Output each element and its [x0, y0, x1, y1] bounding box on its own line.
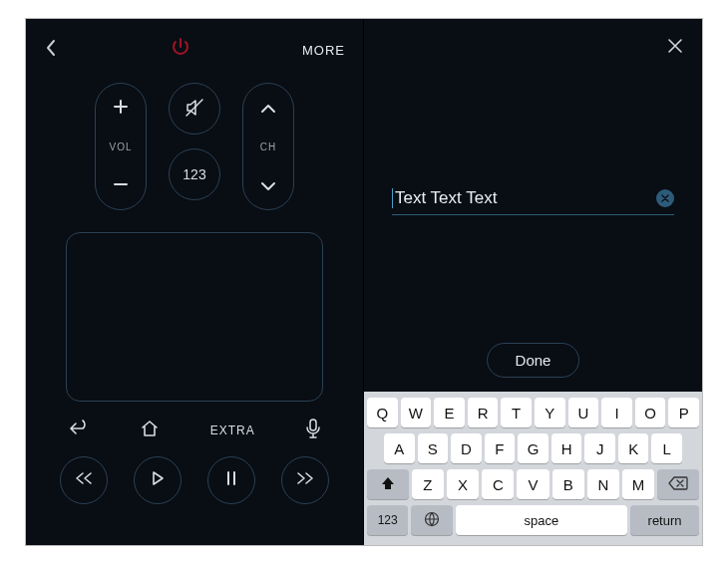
keyboard-row-bottom: 123 space return	[367, 505, 699, 535]
keyboard-row-3: ZXCVBNM	[367, 469, 699, 499]
key-q[interactable]: Q	[367, 398, 398, 427]
key-r[interactable]: R	[468, 398, 499, 427]
channel-up-icon[interactable]	[260, 98, 276, 118]
extra-button[interactable]: EXTRA	[210, 423, 255, 437]
key-x[interactable]: X	[447, 469, 479, 499]
volume-rocker[interactable]: VOL	[95, 83, 147, 210]
play-button[interactable]	[134, 456, 182, 504]
volume-up-icon[interactable]	[113, 98, 129, 118]
key-b[interactable]: B	[552, 469, 584, 499]
pause-button[interactable]	[207, 456, 255, 504]
remote-top-bar: MORE	[26, 19, 363, 71]
remote-panel: MORE VOL 123	[26, 19, 364, 545]
center-column: 123	[169, 83, 220, 210]
channel-rocker[interactable]: CH	[242, 83, 294, 210]
key-u[interactable]: U	[568, 398, 599, 427]
key-l[interactable]: L	[651, 433, 682, 463]
key-v[interactable]: V	[517, 469, 548, 499]
globe-icon	[424, 511, 440, 530]
numpad-label: 123	[182, 166, 205, 182]
close-icon[interactable]	[666, 37, 684, 59]
volume-down-icon[interactable]	[113, 175, 129, 195]
keyboard-row-1: QWERTYUIOP	[367, 398, 699, 427]
key-a[interactable]: A	[384, 433, 415, 463]
numpad-button[interactable]: 123	[169, 148, 220, 200]
controls-row: VOL 123 CH	[26, 71, 363, 210]
backspace-icon	[668, 476, 688, 493]
channel-down-icon[interactable]	[260, 175, 276, 195]
keyboard-row-2: ASDFGHJKL	[367, 433, 699, 463]
key-e[interactable]: E	[434, 398, 465, 427]
fast-forward-icon	[295, 471, 315, 489]
mute-icon	[183, 97, 205, 122]
text-cursor	[392, 188, 393, 208]
power-icon[interactable]	[170, 37, 191, 63]
nav-row: EXTRA	[26, 402, 363, 442]
key-d[interactable]: D	[451, 433, 482, 463]
keyboard: QWERTYUIOP ASDFGHJKL ZXCVBNM 123 space r…	[364, 392, 702, 545]
text-input-panel: Text Text Text Done QWERTYUIOP ASDFGHJKL…	[364, 19, 702, 545]
key-p[interactable]: P	[668, 398, 699, 427]
media-row	[26, 442, 363, 504]
key-s[interactable]: S	[418, 433, 449, 463]
key-w[interactable]: W	[401, 398, 432, 427]
mute-button[interactable]	[169, 83, 220, 135]
volume-label: VOL	[109, 141, 132, 152]
shift-key[interactable]	[367, 469, 409, 499]
numeric-key[interactable]: 123	[367, 505, 408, 535]
key-y[interactable]: Y	[535, 398, 565, 427]
key-j[interactable]: J	[584, 433, 615, 463]
app-frame: MORE VOL 123	[25, 18, 703, 546]
return-key[interactable]: return	[630, 505, 699, 535]
play-icon	[151, 470, 165, 490]
input-value: Text Text Text	[395, 188, 656, 208]
fast-forward-button[interactable]	[281, 456, 329, 504]
key-h[interactable]: H	[551, 433, 582, 463]
more-button[interactable]: MORE	[302, 43, 345, 58]
svg-rect-0	[310, 420, 316, 430]
key-z[interactable]: Z	[412, 469, 444, 499]
key-n[interactable]: N	[587, 469, 619, 499]
mic-icon[interactable]	[305, 418, 321, 442]
text-input[interactable]: Text Text Text	[392, 188, 674, 215]
key-o[interactable]: O	[635, 398, 666, 427]
rewind-button[interactable]	[60, 456, 108, 504]
return-icon[interactable]	[68, 420, 90, 440]
key-m[interactable]: M	[622, 469, 654, 499]
trackpad[interactable]	[66, 232, 323, 402]
key-t[interactable]: T	[501, 398, 532, 427]
key-c[interactable]: C	[482, 469, 514, 499]
key-f[interactable]: F	[485, 433, 516, 463]
space-key[interactable]: space	[456, 505, 627, 535]
done-button[interactable]: Done	[487, 343, 580, 378]
channel-label: CH	[260, 141, 276, 152]
backspace-key[interactable]	[657, 469, 699, 499]
back-icon[interactable]	[44, 38, 58, 62]
rewind-icon	[74, 471, 94, 489]
globe-key[interactable]	[411, 505, 452, 535]
key-g[interactable]: G	[518, 433, 548, 463]
home-icon[interactable]	[140, 419, 160, 441]
key-i[interactable]: I	[601, 398, 632, 427]
shift-icon	[381, 476, 395, 493]
clear-input-icon[interactable]	[656, 189, 674, 207]
pause-icon	[224, 470, 238, 490]
key-k[interactable]: K	[618, 433, 649, 463]
